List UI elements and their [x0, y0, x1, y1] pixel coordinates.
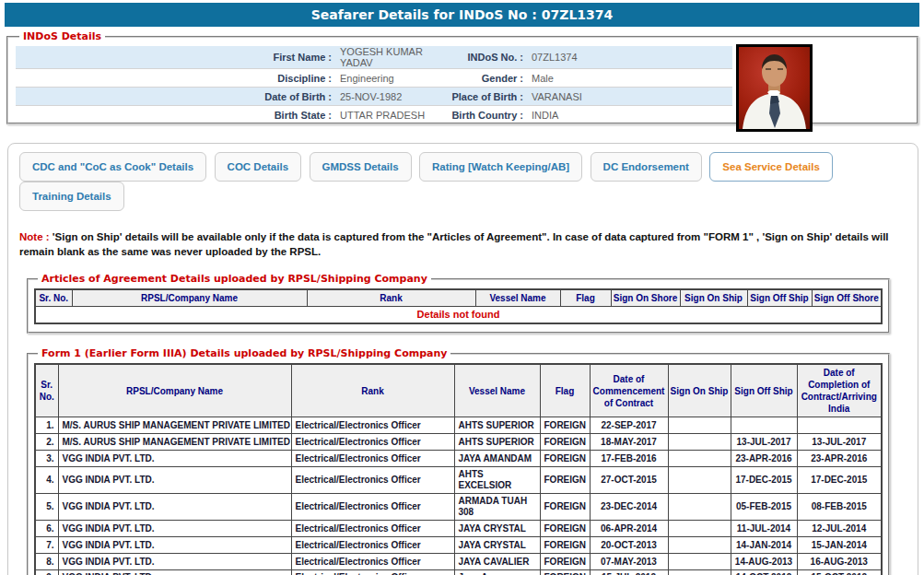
cell-sign-off-ship: 11-JUL-2014 — [731, 521, 797, 537]
articles-table: Sr. No. RPSL/Company Name Rank Vessel Na… — [34, 288, 883, 324]
col-header-sign-on-ship: Sign On Ship — [680, 289, 747, 307]
note: Note : 'Sign on Ship' details will be av… — [19, 230, 906, 259]
cell-flag: FOREIGN — [540, 467, 590, 494]
articles-empty-row: Details not found — [35, 307, 882, 324]
cell-vessel: AHTS SUPERIOR — [454, 417, 540, 434]
birth-state-value: UTTAR PRADESH — [338, 106, 450, 124]
cell-vessel: Jaya Amazon — [454, 570, 540, 575]
cell-sign-off-ship: 13-JUL-2017 — [731, 434, 797, 451]
cell-sign-on-ship — [668, 570, 731, 575]
form1-row: 6. VGG INDIA PVT. LTD. Electrical/Electr… — [35, 521, 882, 537]
indos-details-legend: INDoS Details — [19, 30, 105, 42]
col-header-company: RPSL/Company Name — [72, 289, 307, 307]
form1-row: 3. VGG INDIA PVT. LTD. Electrical/Electr… — [35, 451, 882, 467]
cell-flag: FOREIGN — [540, 570, 590, 575]
articles-header-row: Sr. No. RPSL/Company Name Rank Vessel Na… — [35, 289, 882, 307]
form1-row: 4. VGG INDIA PVT. LTD. Electrical/Electr… — [35, 467, 882, 494]
gender-value: Male — [530, 69, 732, 88]
col-header-sign-on-shore: Sign On Shore — [611, 289, 680, 307]
articles-of-agreement-section: Articles of Agreement Details uploaded b… — [27, 273, 890, 334]
indos-details-table: First Name : YOGESH KUMAR YADAV INDoS No… — [16, 46, 732, 124]
seafarer-photo — [736, 44, 813, 132]
tab-dc-endorsement[interactable]: DC Endorsement — [591, 152, 702, 182]
cell-rank: Electrical/Electronics Officer — [291, 554, 454, 570]
cell-rank: Electrical/Electronics Officer — [291, 494, 454, 521]
col-header-vessel: Vessel Name — [454, 364, 540, 417]
tab-bar: CDC and "CoC as Cook" Details COC Detail… — [8, 147, 918, 211]
col-header-sign-on-ship: Sign On Ship — [668, 364, 731, 417]
first-name-label: First Name : — [16, 46, 338, 69]
details-row: Birth State : UTTAR PRADESH Birth Countr… — [16, 106, 732, 124]
cell-company: VGG INDIA PVT. LTD. — [58, 451, 291, 467]
form1-section: Form 1 (Earlier Form IIIA) Details uploa… — [27, 347, 890, 575]
gender-label: Gender : — [450, 69, 530, 88]
cell-flag: FOREIGN — [540, 537, 590, 554]
page-title: Seafarer Details for INDoS No : 07ZL1374 — [5, 3, 919, 27]
cell-flag: FOREIGN — [540, 554, 590, 570]
birth-state-label: Birth State : — [16, 106, 338, 124]
tab-rating-watch-keeping-ab[interactable]: Rating [Watch Keeping/AB] — [419, 152, 582, 182]
cell-vessel: JAYA CRYSTAL — [454, 537, 540, 554]
form1-table: Sr. No. RPSL/Company Name Rank Vessel Na… — [34, 363, 883, 575]
tab-coc-details[interactable]: COC Details — [215, 152, 301, 182]
form1-header-row: Sr. No. RPSL/Company Name Rank Vessel Na… — [35, 364, 882, 417]
place-of-birth-label: Place of Birth : — [450, 88, 530, 106]
form1-row: 1. M/S. AURUS SHIP MANAGEMENT PRIVATE LI… — [35, 417, 882, 434]
col-header-flag: Flag — [560, 289, 611, 307]
page: Seafarer Details for INDoS No : 07ZL1374… — [0, 3, 924, 575]
cell-sr: 5. — [35, 494, 58, 521]
cell-flag: FOREIGN — [540, 434, 590, 451]
cell-sign-off-ship: 14-OCT-2012 — [731, 570, 797, 575]
cell-sign-on-ship — [668, 451, 731, 467]
place-of-birth-value: VARANASI — [530, 88, 732, 106]
cell-sr: 3. — [35, 451, 58, 467]
cell-flag: FOREIGN — [540, 451, 590, 467]
col-header-company: RPSL/Company Name — [58, 364, 291, 417]
cell-vessel: JAYA AMANDAM — [454, 451, 540, 467]
tab-gmdss-details[interactable]: GMDSS Details — [310, 152, 412, 182]
tab-training-details[interactable]: Training Details — [19, 182, 124, 211]
cell-sign-off-ship: 17-DEC-2015 — [731, 467, 797, 494]
cell-date-completion: 16-AUG-2013 — [797, 554, 882, 570]
cell-sr: 8. — [35, 554, 58, 570]
cell-rank: Electrical/Electronics Officer — [291, 521, 454, 537]
cell-rank: Electrical/Electronics Officer — [291, 434, 454, 451]
cell-rank: Electrical/Electronics Officer — [291, 537, 454, 554]
cell-date-commencement: 17-FEB-2016 — [590, 451, 668, 467]
cell-company: VGG INDIA PVT. LTD. — [58, 537, 291, 554]
cell-sign-on-ship — [668, 494, 731, 521]
cell-vessel: JAYA CAVALIER — [454, 554, 540, 570]
col-header-flag: Flag — [540, 364, 590, 417]
cell-sr: 1. — [35, 417, 58, 434]
cell-sign-on-ship — [668, 521, 731, 537]
cell-date-completion: 13-JUL-2017 — [797, 434, 882, 451]
cell-date-completion: 12-JUL-2014 — [797, 521, 882, 537]
articles-legend: Articles of Agreement Details uploaded b… — [38, 273, 431, 285]
cell-date-completion — [797, 417, 882, 434]
cell-date-completion: 15-JAN-2014 — [797, 537, 882, 554]
seafarer-photo-image — [739, 47, 810, 129]
cell-company: VGG INDIA PVT. LTD. — [58, 521, 291, 537]
tab-cdc-and-coc-as-cook-details[interactable]: CDC and "CoC as Cook" Details — [19, 152, 206, 182]
indos-no-value: 07ZL1374 — [530, 46, 732, 69]
cell-date-commencement: 15-JUL-2012 — [590, 570, 668, 575]
dob-value: 25-NOV-1982 — [338, 88, 450, 106]
cell-sign-on-ship — [668, 417, 731, 434]
birth-country-label: Birth Country : — [450, 106, 530, 124]
cell-company: VGG INDIA PVT. LTD. — [58, 494, 291, 521]
cell-sign-on-ship — [668, 537, 731, 554]
cell-company: VGG INDIA PVT. LTD. — [58, 554, 291, 570]
col-header-date-completion: Date of Completion of Contract/Arriving … — [797, 364, 882, 417]
tab-sea-service-details[interactable]: Sea Service Details — [709, 152, 833, 182]
cell-vessel: AHTS EXCELSIOR — [454, 467, 540, 494]
cell-date-commencement: 07-MAY-2013 — [590, 554, 668, 570]
details-row: Date of Birth : 25-NOV-1982 Place of Bir… — [16, 88, 732, 106]
cell-sign-off-ship: 14-JAN-2014 — [731, 537, 797, 554]
cell-flag: FOREIGN — [540, 417, 590, 434]
cell-date-commencement: 23-DEC-2014 — [590, 494, 668, 521]
cell-rank: Electrical/Electronics Officer — [291, 570, 454, 575]
col-header-sign-off-ship: Sign Off Ship — [747, 289, 812, 307]
cell-sr: 9. — [35, 570, 58, 575]
cell-company: M/S. AURUS SHIP MANAGEMENT PRIVATE LIMIT… — [58, 434, 291, 451]
cell-sign-off-ship: 05-FEB-2015 — [731, 494, 797, 521]
